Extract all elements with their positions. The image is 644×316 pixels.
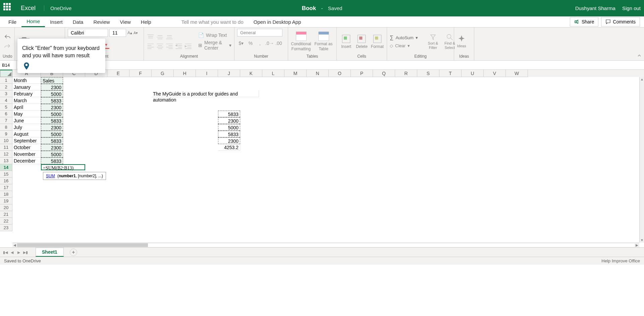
- row-header-21[interactable]: 21: [0, 211, 12, 218]
- align-middle-button[interactable]: [156, 34, 164, 41]
- cell-A5[interactable]: April: [12, 104, 41, 111]
- percent-button[interactable]: %: [247, 41, 255, 47]
- col-header-M[interactable]: M: [284, 70, 307, 77]
- cell-B4[interactable]: 5833: [41, 97, 63, 104]
- cell-A9[interactable]: August: [12, 131, 41, 137]
- merge-center-button[interactable]: ⊞Merge & Center ▾: [198, 40, 231, 51]
- row-header-10[interactable]: 10: [0, 137, 12, 144]
- col-header-P[interactable]: P: [351, 70, 373, 77]
- sign-out-link[interactable]: Sign out: [622, 5, 641, 11]
- cell-B11[interactable]: 2300: [41, 144, 63, 151]
- open-in-desktop[interactable]: Open in Desktop App: [249, 16, 306, 27]
- row-header-6[interactable]: 6: [0, 111, 12, 117]
- vertical-scrollbar[interactable]: ▲ ▼: [639, 77, 644, 243]
- comments-button[interactable]: Comments: [601, 17, 640, 26]
- ideas-button[interactable]: Ideas: [457, 35, 466, 48]
- cell-B5[interactable]: 2300: [41, 104, 63, 111]
- home-tab[interactable]: Home: [21, 16, 45, 27]
- delete-cells-button[interactable]: Delete: [355, 34, 368, 49]
- cell-A1[interactable]: Month: [12, 77, 41, 84]
- name-box[interactable]: B14: [0, 61, 17, 69]
- col-header-T[interactable]: T: [439, 70, 462, 77]
- prev-sheet-arrow[interactable]: ◀: [9, 249, 15, 256]
- cell-B1[interactable]: Sales: [41, 77, 63, 84]
- view-tab[interactable]: View: [115, 16, 136, 27]
- row-header-15[interactable]: 15: [0, 171, 12, 178]
- doc-name[interactable]: Book: [302, 5, 316, 12]
- col-header-R[interactable]: R: [395, 70, 417, 77]
- col-header-O[interactable]: O: [329, 70, 351, 77]
- align-top-button[interactable]: [147, 34, 155, 41]
- row-header-14[interactable]: 14: [0, 164, 12, 171]
- cell-A4[interactable]: March: [12, 97, 41, 104]
- col-header-K[interactable]: K: [240, 70, 262, 77]
- row-header-22[interactable]: 22: [0, 218, 12, 225]
- cell-A2[interactable]: January: [12, 84, 41, 90]
- next-sheet-arrow[interactable]: ▶: [15, 249, 22, 256]
- collapse-ribbon-icon[interactable]: [637, 53, 642, 58]
- font-size-select[interactable]: 11: [109, 29, 126, 37]
- scroll-down-arrow[interactable]: ▼: [640, 238, 644, 243]
- row-header-20[interactable]: 20: [0, 204, 12, 211]
- currency-button[interactable]: $▾: [237, 41, 245, 47]
- app-launcher-icon[interactable]: [3, 3, 14, 14]
- autosum-button[interactable]: ∑AutoSum ▾: [390, 35, 418, 41]
- comma-button[interactable]: ,: [256, 41, 264, 47]
- insert-cells-button[interactable]: Insert: [339, 34, 353, 49]
- cell-B10[interactable]: 5833: [41, 137, 63, 144]
- align-bottom-button[interactable]: [165, 34, 173, 41]
- col-header-W[interactable]: W: [506, 70, 528, 77]
- cell-J7[interactable]: 2300: [218, 117, 240, 124]
- user-name[interactable]: Dushyant Sharma: [575, 5, 615, 11]
- col-header-I[interactable]: I: [196, 70, 218, 77]
- col-header-Q[interactable]: Q: [373, 70, 395, 77]
- row-header-11[interactable]: 11: [0, 144, 12, 151]
- col-header-H[interactable]: H: [174, 70, 196, 77]
- increase-indent-button[interactable]: [184, 43, 192, 49]
- tell-me-search[interactable]: Tell me what you want to do: [176, 16, 249, 27]
- cell-J6[interactable]: 5833: [218, 111, 240, 117]
- cell-A11[interactable]: October: [12, 144, 41, 151]
- cell-B9[interactable]: 5000: [41, 131, 63, 137]
- row-header-1[interactable]: 1: [0, 77, 12, 84]
- cell-A7[interactable]: June: [12, 117, 41, 124]
- redo-icon[interactable]: [4, 43, 11, 50]
- cell-B8[interactable]: 2300: [41, 124, 63, 131]
- row-header-23[interactable]: 23: [0, 225, 12, 231]
- spreadsheet-grid[interactable]: A ABCDEFGHIJKLMNOPQRSTUVW 12345678910111…: [0, 70, 644, 247]
- format-as-table-button[interactable]: Format as Table: [313, 31, 334, 51]
- help-tab[interactable]: Help: [136, 16, 156, 27]
- cell-J11[interactable]: 4253.2: [218, 144, 240, 151]
- tooltip-function-name[interactable]: SUM: [46, 174, 55, 178]
- cell-B2[interactable]: 2300: [41, 84, 63, 90]
- row-header-2[interactable]: 2: [0, 84, 12, 90]
- horizontal-scrollbar[interactable]: ◀ ▶: [12, 243, 639, 247]
- data-tab[interactable]: Data: [68, 16, 89, 27]
- row-header-18[interactable]: 18: [0, 191, 12, 198]
- row-header-19[interactable]: 19: [0, 198, 12, 204]
- align-left-button[interactable]: [147, 43, 155, 49]
- align-right-button[interactable]: [165, 43, 173, 49]
- row-header-13[interactable]: 13: [0, 157, 12, 164]
- align-center-button[interactable]: [156, 43, 164, 49]
- col-header-S[interactable]: S: [417, 70, 439, 77]
- cell-B13[interactable]: 5833: [41, 157, 63, 164]
- cell-B6[interactable]: 5000: [41, 111, 63, 117]
- row-header-8[interactable]: 8: [0, 124, 12, 131]
- cell-A6[interactable]: May: [12, 111, 41, 117]
- cell-A13[interactable]: December: [12, 157, 41, 164]
- status-right[interactable]: Help Improve Office: [601, 258, 640, 263]
- col-header-U[interactable]: U: [462, 70, 484, 77]
- cell-J8[interactable]: 5000: [218, 124, 240, 131]
- cell-B3[interactable]: 5000: [41, 90, 63, 97]
- col-header-N[interactable]: N: [307, 70, 329, 77]
- decrease-indent-button[interactable]: [175, 43, 183, 49]
- row-header-5[interactable]: 5: [0, 104, 12, 111]
- increase-decimal-button[interactable]: .0→: [265, 41, 273, 47]
- storage-location[interactable]: OneDrive: [44, 5, 71, 11]
- cell-A10[interactable]: September: [12, 137, 41, 144]
- format-cells-button[interactable]: Format: [371, 34, 384, 49]
- sheet-tab-sheet1[interactable]: Sheet1: [36, 248, 64, 257]
- add-sheet-button[interactable]: +: [70, 249, 77, 256]
- cell-B7[interactable]: 5833: [41, 117, 63, 124]
